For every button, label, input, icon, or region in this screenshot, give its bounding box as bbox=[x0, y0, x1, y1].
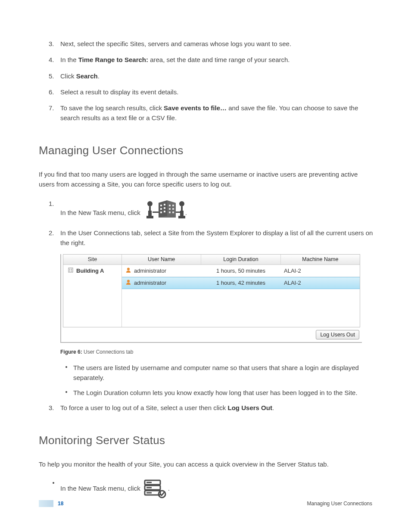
user-row[interactable]: administrator 1 hours, 50 minutes ALAI-2 bbox=[122, 265, 360, 277]
col-user-name[interactable]: User Name bbox=[122, 255, 201, 264]
site-name: Building A bbox=[76, 268, 104, 274]
list-item: The Login Duration column lets you know … bbox=[73, 388, 374, 398]
users-column-group: User Name Login Duration Machine Name ad… bbox=[122, 255, 360, 327]
step-number: 7. bbox=[49, 103, 54, 113]
step-text: . bbox=[272, 404, 274, 411]
svg-rect-3 bbox=[164, 207, 165, 209]
svg-rect-19 bbox=[180, 211, 184, 217]
step-item: 3. Next, select the specific Sites, serv… bbox=[60, 39, 374, 49]
step-item: 6. Select a result to display its event … bbox=[60, 87, 374, 97]
site-column: Site Building A bbox=[63, 255, 122, 327]
list-item: In the New Task menu, click . bbox=[60, 479, 374, 498]
step-bold: Time Range to Search: bbox=[78, 56, 148, 63]
step-text: In the User Connections tab, select a Si… bbox=[60, 229, 373, 246]
step-bold: Search bbox=[76, 72, 98, 80]
step-text: To force a user to log out of a Site, se… bbox=[60, 404, 228, 411]
svg-rect-10 bbox=[169, 212, 171, 213]
step-text: . bbox=[168, 485, 170, 492]
step-text: . bbox=[185, 209, 187, 216]
building-icon bbox=[68, 267, 74, 274]
step-number: 3. bbox=[49, 403, 54, 413]
user-connections-task-icon bbox=[142, 199, 185, 221]
svg-rect-25 bbox=[69, 271, 70, 271]
col-login-duration[interactable]: Login Duration bbox=[201, 255, 280, 264]
svg-rect-26 bbox=[71, 271, 72, 271]
step-text: Select a result to display its event det… bbox=[60, 88, 178, 96]
machine-name-cell: ALAI-2 bbox=[284, 280, 301, 286]
top-steps-list: 3. Next, select the specific Sites, serv… bbox=[39, 39, 374, 123]
step-bold: Save events to file… bbox=[164, 104, 227, 112]
heading-managing-user-connections: Managing User Connections bbox=[39, 144, 374, 157]
col-machine-name[interactable]: Machine Name bbox=[281, 255, 360, 264]
svg-rect-4 bbox=[160, 212, 162, 213]
step-number: 3. bbox=[49, 39, 54, 49]
user-connections-table: Site Building A User Name Login Duration… bbox=[63, 254, 360, 327]
svg-rect-21 bbox=[176, 212, 180, 213]
page-footer: 18 Managing User Connections bbox=[0, 500, 411, 507]
step-number: 1. bbox=[49, 199, 54, 208]
svg-rect-11 bbox=[172, 212, 174, 213]
login-duration-cell: 1 hours, 42 minutes bbox=[216, 280, 265, 286]
footer-section-title: Managing User Connections bbox=[307, 501, 372, 507]
svg-rect-9 bbox=[172, 208, 174, 210]
list-item: The users are listed by username and com… bbox=[73, 363, 374, 383]
machine-name-cell: ALAI-2 bbox=[284, 268, 301, 274]
step-bold: Log Users Out bbox=[228, 404, 272, 411]
monitor-steps-list: In the New Task menu, click . bbox=[39, 479, 374, 498]
step-number: 5. bbox=[49, 71, 54, 81]
step-text: Next, select the specific Sites, servers… bbox=[60, 40, 291, 47]
user-icon bbox=[125, 267, 131, 274]
svg-rect-23 bbox=[69, 269, 70, 270]
svg-rect-7 bbox=[172, 205, 174, 206]
user-name-cell: administrator bbox=[134, 280, 166, 286]
users-header-row: User Name Login Duration Machine Name bbox=[122, 255, 360, 265]
svg-rect-8 bbox=[169, 208, 171, 210]
svg-point-28 bbox=[127, 280, 130, 283]
site-column-header[interactable]: Site bbox=[63, 255, 121, 265]
step-item: 3. To force a user to log out of a Site,… bbox=[60, 403, 374, 413]
step-text: To save the log search results, click bbox=[60, 104, 164, 112]
step-item: 4. In the Time Range to Search: area, se… bbox=[60, 55, 374, 65]
user-name-cell: administrator bbox=[134, 268, 166, 274]
svg-rect-22 bbox=[68, 268, 73, 272]
svg-point-16 bbox=[179, 201, 184, 206]
svg-point-27 bbox=[127, 268, 130, 270]
step-text: In the bbox=[60, 56, 78, 63]
step-text: Click bbox=[60, 72, 76, 80]
step-item: 2. In the User Connections tab, select a… bbox=[60, 228, 374, 248]
manage-notes-list: The users are listed by username and com… bbox=[39, 363, 374, 398]
paragraph-monitor-intro: To help you monitor the health of your S… bbox=[39, 459, 374, 469]
heading-monitoring-server-status: Monitoring Server Status bbox=[39, 434, 374, 447]
svg-rect-0 bbox=[160, 205, 162, 206]
svg-rect-5 bbox=[164, 211, 165, 212]
svg-rect-1 bbox=[164, 204, 165, 205]
user-icon bbox=[125, 279, 131, 286]
step-text: area, set the date and time range of you… bbox=[148, 56, 290, 63]
step-text: In the New Task menu, click bbox=[60, 209, 142, 216]
user-row-selected[interactable]: administrator 1 hours, 42 minutes ALAI-2 bbox=[122, 277, 360, 289]
svg-rect-6 bbox=[169, 205, 171, 206]
figure-caption-text: User Connections tab bbox=[82, 349, 134, 355]
svg-rect-13 bbox=[149, 206, 151, 211]
step-text: In the New Task menu, click bbox=[60, 485, 142, 492]
step-number: 4. bbox=[49, 55, 54, 65]
svg-rect-20 bbox=[153, 212, 159, 213]
svg-rect-15 bbox=[148, 211, 152, 217]
step-text: . bbox=[98, 72, 100, 80]
page-number: 18 bbox=[58, 501, 63, 507]
step-number: 2. bbox=[49, 228, 54, 238]
step-item: 5. Click Search. bbox=[60, 71, 374, 81]
svg-rect-2 bbox=[160, 208, 162, 210]
site-item[interactable]: Building A bbox=[63, 265, 121, 277]
svg-rect-17 bbox=[181, 206, 183, 211]
login-duration-cell: 1 hours, 50 minutes bbox=[216, 268, 265, 274]
svg-point-12 bbox=[147, 201, 153, 206]
step-item: 7. To save the log search results, click… bbox=[60, 103, 374, 123]
user-connections-panel: Site Building A User Name Login Duration… bbox=[60, 254, 362, 343]
server-status-task-icon bbox=[142, 479, 168, 498]
panel-footer: Log Users Out bbox=[61, 327, 362, 342]
footer-tab-decoration bbox=[39, 500, 53, 507]
step-number: 6. bbox=[49, 87, 54, 97]
step-item: 1. In the New Task menu, click bbox=[60, 199, 374, 221]
log-users-out-button[interactable]: Log Users Out bbox=[316, 330, 359, 339]
